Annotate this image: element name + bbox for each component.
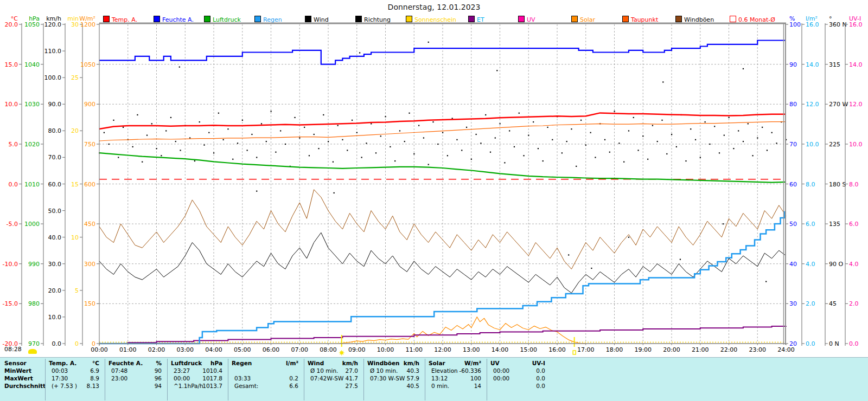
svg-text:10:00: 10:00: [377, 346, 394, 353]
svg-text:km/h: km/h: [46, 15, 61, 22]
axis-UV-I: 16.014.012.010.08.06.04.02.00.0UV-I: [845, 15, 863, 347]
table-cell: W-SW 41.7: [309, 375, 358, 382]
table-cell: 8.9: [50, 375, 99, 382]
svg-text:15:00: 15:00: [520, 346, 537, 353]
svg-text:60: 60: [789, 181, 797, 188]
svg-text:2.0: 2.0: [849, 300, 859, 307]
svg-text:0.0: 0.0: [806, 340, 815, 347]
svg-text:20: 20: [71, 127, 79, 134]
table-separator: [105, 359, 105, 400]
axis-hPa: 105010401030102010101000990980970hPa: [24, 15, 43, 347]
svg-text:40: 40: [789, 261, 797, 268]
svg-text:21:00: 21:00: [692, 346, 709, 353]
svg-text:10.0: 10.0: [806, 141, 819, 148]
table-cell: W-SW 57.9: [371, 375, 419, 382]
table-cell: UV: [490, 360, 500, 367]
svg-text:80: 80: [789, 101, 797, 108]
svg-text:1000: 1000: [24, 221, 40, 228]
svg-text:80.0: 80.0: [48, 127, 62, 134]
table-cell: 0.0: [496, 375, 545, 382]
svg-text:1020: 1020: [24, 141, 40, 148]
svg-text:-5.0: -5.0: [7, 221, 18, 228]
svg-text:100.0: 100.0: [44, 74, 62, 81]
svg-text:90.0: 90.0: [48, 101, 62, 108]
svg-text:11:00: 11:00: [405, 346, 423, 353]
table-cell: 0.0: [496, 383, 545, 390]
svg-text:01:00: 01:00: [119, 346, 137, 353]
table-separator: [228, 359, 228, 400]
table-cell: 6.6: [250, 383, 298, 390]
svg-text:09:00: 09:00: [348, 346, 366, 353]
svg-text:30: 30: [789, 300, 797, 307]
table-separator: [45, 359, 46, 400]
svg-text:14.0: 14.0: [849, 61, 863, 68]
svg-text:60.0: 60.0: [48, 181, 62, 188]
svg-text:90: 90: [789, 61, 797, 68]
svg-text:8.0: 8.0: [806, 181, 815, 188]
svg-text:%: %: [789, 15, 795, 22]
svg-text:110.0: 110.0: [44, 48, 62, 55]
svg-text:0.0: 0.0: [849, 340, 859, 347]
svg-text:0: 0: [75, 340, 79, 347]
svg-text:50.0: 50.0: [48, 208, 62, 215]
table-cell: 0.2: [250, 375, 298, 382]
svg-text:20.0: 20.0: [48, 287, 62, 294]
svg-text:0.0: 0.0: [52, 340, 62, 347]
svg-text:4.0: 4.0: [806, 261, 815, 268]
svg-text:970: 970: [28, 340, 40, 347]
svg-text:07:00: 07:00: [291, 346, 308, 353]
svg-text:24:00: 24:00: [777, 346, 795, 353]
sunrise-time-label: 08:28: [4, 346, 22, 353]
table-cell: 8.13: [50, 383, 99, 390]
time-axis: 00:0001:0002:0003:0004:0005:0006:0007:00…: [91, 344, 795, 353]
svg-text:-10.0: -10.0: [3, 261, 18, 268]
svg-text:50: 50: [789, 221, 797, 228]
svg-text:18:00: 18:00: [606, 346, 623, 353]
table-cell: 40.5: [371, 383, 419, 390]
series-solar: [340, 317, 586, 344]
table-cell: MaxWert: [4, 375, 33, 382]
table-cell: W/m²: [443, 360, 481, 367]
svg-text:1040: 1040: [24, 61, 40, 68]
stats-table: SensorMinWertMaxWertDurchschnittTemp. A.…: [0, 357, 868, 401]
svg-text:1050: 1050: [80, 61, 95, 68]
svg-text:25: 25: [71, 74, 79, 81]
sunrise-icon: [28, 349, 37, 354]
table-cell: 27.0: [309, 367, 358, 374]
svg-text:20:00: 20:00: [663, 346, 680, 353]
table-cell: 1017.8: [174, 375, 222, 382]
table-separator: [487, 359, 487, 400]
svg-text:0 N: 0 N: [829, 340, 839, 347]
svg-text:10: 10: [71, 234, 79, 241]
table-cell: km/h: [320, 360, 358, 367]
svg-text:23:00: 23:00: [749, 346, 766, 353]
svg-text:5: 5: [75, 287, 79, 294]
svg-text:00:00: 00:00: [91, 346, 108, 353]
table-cell: 14: [432, 383, 481, 390]
svg-text:300: 300: [84, 261, 95, 268]
table-cell: Regen: [232, 360, 252, 367]
table-cell: -60.336: [432, 367, 481, 374]
svg-text:min: min: [67, 15, 79, 22]
axis-l/m²: 16.014.012.010.08.06.04.02.00.0l/m²: [802, 15, 819, 347]
axis-°C: 20.015.010.05.00.0-5.0-10.0-15.0-20.0°C: [3, 15, 22, 347]
table-cell: Sensor: [4, 360, 27, 367]
svg-text:15.0: 15.0: [5, 61, 18, 68]
svg-text:W/m²: W/m²: [79, 15, 95, 22]
svg-text:990: 990: [28, 261, 40, 268]
table-cell: UV-I: [507, 360, 545, 367]
svg-text:1030: 1030: [24, 101, 40, 108]
svg-text:6.0: 6.0: [806, 221, 815, 228]
svg-text:22:00: 22:00: [720, 346, 738, 353]
svg-text:04:00: 04:00: [205, 346, 222, 353]
svg-text:08:00: 08:00: [320, 346, 337, 353]
svg-text:315: 315: [829, 61, 840, 68]
table-cell: 96: [113, 375, 162, 382]
series-taupunkt: [99, 122, 786, 141]
svg-text:180 S: 180 S: [829, 181, 846, 188]
svg-text:12.0: 12.0: [849, 101, 863, 108]
svg-text:45: 45: [829, 300, 837, 307]
svg-text:70.0: 70.0: [48, 154, 62, 161]
svg-text:450: 450: [84, 221, 95, 228]
table-separator: [363, 359, 364, 400]
